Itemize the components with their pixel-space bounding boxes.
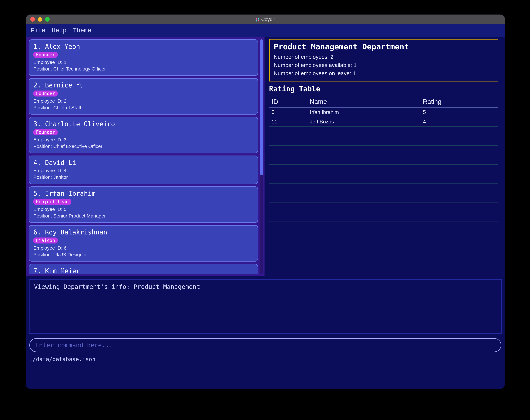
rating-row: ... [269,193,498,203]
employee-position-line: Position: Chief Executive Officer [33,143,253,150]
rating-cell-id: . [269,184,307,193]
employee-list-item[interactable]: 4. David LiEmployee ID: 4Position: Janit… [29,156,258,184]
employee-id-line: Employee ID: 3 [33,136,253,143]
employee-list-item[interactable]: 6. Roy BalakrishnanLiaisonEmployee ID: 6… [29,225,258,262]
rating-cell-id: . [269,126,307,136]
employee-name: 3. Charlotte Oliveiro [33,120,253,128]
app-window: Coydir File Help Theme 1. Alex YeohFound… [26,15,505,389]
employee-list-item[interactable]: 2. Bernice YuFounderEmployee ID: 2Positi… [29,78,258,115]
rating-table-title: Rating Table [269,85,498,93]
rating-row: ... [269,136,498,146]
traffic-light-minimize-icon[interactable] [38,17,42,22]
menu-theme[interactable]: Theme [73,27,91,34]
scrollbar-thumb[interactable] [260,39,263,175]
rating-cell-rating: . [420,184,498,193]
rating-header-rating: Rating [420,96,498,107]
employee-list-item[interactable]: 1. Alex YeohFounderEmployee ID: 1Positio… [29,39,258,76]
svg-rect-0 [256,18,257,19]
employee-id-line: Employee ID: 2 [33,98,253,105]
rating-cell-id: . [269,165,307,174]
employee-position-line: Position: UI/UX Designer [33,251,253,258]
status-bar-path: ./data/database.json [26,353,505,366]
employee-list-item[interactable]: 5. Irfan IbrahimProject LeadEmployee ID:… [29,186,258,223]
svg-rect-2 [256,20,257,21]
svg-rect-1 [258,18,259,19]
rating-cell-id: . [269,193,307,203]
employee-tag: Liaison [33,238,58,243]
rating-cell-name: . [307,193,420,203]
rating-cell-rating: . [420,155,498,165]
svg-rect-3 [258,20,259,21]
employee-position-line: Position: Senior Product Manager [33,213,253,219]
employee-name: 1. Alex Yeoh [33,43,253,50]
rating-row: ... [269,155,498,165]
employee-list-pane: 1. Alex YeohFounderEmployee ID: 1Positio… [26,37,265,276]
window-title: Coydir [261,17,275,22]
rating-cell-name: . [307,212,420,222]
employee-position-line: Position: Chief Technology Officer [33,66,253,72]
rating-cell-id: 11 [269,117,307,126]
traffic-light-close-icon[interactable] [30,17,35,22]
rating-cell-rating: . [420,136,498,146]
titlebar: Coydir [26,15,505,24]
rating-cell-rating: . [420,126,498,136]
rating-row: ... [269,174,498,184]
rating-cell-name: . [307,231,420,241]
department-leave-line: Number of employees on leave: 1 [274,69,494,77]
employee-tag: Project Lead [33,199,71,205]
employee-list-scrollbar[interactable] [260,39,263,274]
rating-cell-name: . [307,136,420,146]
employee-id-line: Employee ID: 4 [33,167,253,174]
department-title: Product Management Department [274,42,494,51]
rating-cell-rating: . [420,231,498,241]
rating-cell-id: . [269,146,307,155]
rating-cell-name: . [307,241,420,250]
employee-tag: Founder [33,129,58,135]
rating-cell-rating: . [420,146,498,155]
menu-file[interactable]: File [31,27,45,34]
rating-cell-name: . [307,146,420,155]
rating-cell-id: . [269,241,307,250]
employee-name: 5. Irfan Ibrahim [33,190,253,197]
employee-list-item[interactable]: 7. Kim MeierPromotion comingEmployee ID:… [29,264,258,274]
rating-cell-name: . [307,222,420,231]
rating-row: ... [269,146,498,155]
rating-cell-rating: . [420,212,498,222]
employee-list[interactable]: 1. Alex YeohFounderEmployee ID: 1Positio… [29,39,258,274]
rating-cell-id: . [269,155,307,165]
employee-id-line: Employee ID: 1 [33,59,253,66]
rating-cell-id: . [269,174,307,184]
rating-cell-id: 5 [269,107,307,117]
rating-cell-id: . [269,212,307,222]
rating-cell-id: . [269,231,307,241]
department-count-line: Number of employees: 2 [274,53,494,61]
rating-table: ID Name Rating 5Irfan Ibrahim511Jeff Boz… [269,96,498,250]
rating-cell-name: . [307,174,420,184]
rating-row: ... [269,241,498,250]
employee-id-line: Employee ID: 6 [33,245,253,251]
rating-cell-rating: . [420,165,498,174]
employee-name: 6. Roy Balakrishnan [33,228,253,236]
employee-list-item[interactable]: 3. Charlotte OliveiroFounderEmployee ID:… [29,117,258,153]
rating-cell-rating: . [420,241,498,250]
rating-row[interactable]: 11Jeff Bozos4 [269,117,498,126]
employee-id-line: Employee ID: 5 [33,206,253,213]
rating-cell-name: . [307,165,420,174]
rating-cell-rating: . [420,174,498,184]
department-summary-box: Product Management Department Number of … [269,39,498,81]
employee-position-line: Position: Janitor [33,174,253,180]
rating-row[interactable]: 5Irfan Ibrahim5 [269,107,498,117]
employee-name: 7. Kim Meier [33,267,253,274]
menubar: File Help Theme [26,24,505,37]
command-input[interactable] [29,338,501,352]
menu-help[interactable]: Help [52,27,66,34]
employee-position-line: Position: Chief of Staff [33,105,253,111]
traffic-light-maximize-icon[interactable] [45,17,50,22]
rating-cell-rating: 5 [420,107,498,117]
employee-name: 4. David Li [33,159,253,166]
rating-cell-id: . [269,136,307,146]
employee-tag: Founder [33,90,58,96]
rating-row: ... [269,222,498,231]
rating-row: ... [269,231,498,241]
app-logo-icon [255,17,259,21]
